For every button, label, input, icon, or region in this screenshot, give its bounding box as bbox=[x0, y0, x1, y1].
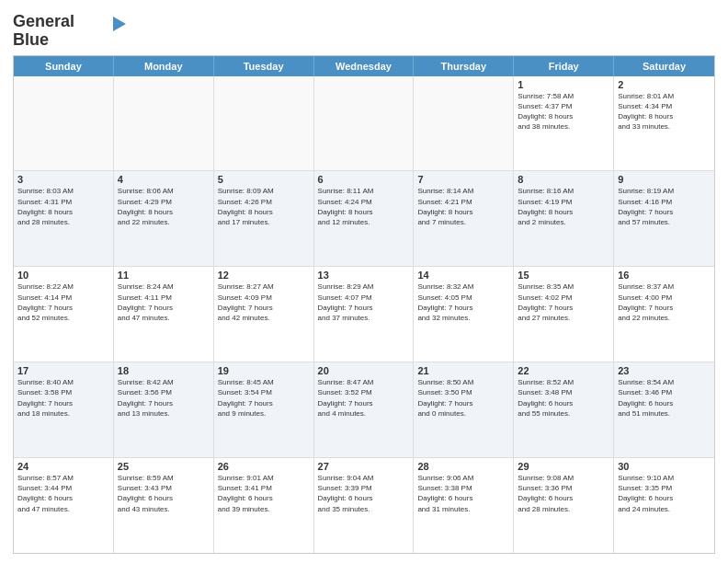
cell-info: Sunrise: 8:52 AM Sunset: 3:48 PM Dayligh… bbox=[518, 377, 609, 419]
cal-cell-2-4: 14Sunrise: 8:32 AM Sunset: 4:05 PM Dayli… bbox=[414, 267, 514, 362]
calendar-row-1: 3Sunrise: 8:03 AM Sunset: 4:31 PM Daylig… bbox=[14, 171, 714, 267]
cal-cell-1-5: 8Sunrise: 8:16 AM Sunset: 4:19 PM Daylig… bbox=[514, 171, 614, 266]
day-number: 16 bbox=[618, 270, 711, 281]
cal-cell-3-4: 21Sunrise: 8:50 AM Sunset: 3:50 PM Dayli… bbox=[414, 362, 514, 457]
cal-cell-0-4 bbox=[414, 76, 514, 171]
day-number: 20 bbox=[318, 365, 410, 376]
day-number: 1 bbox=[518, 79, 609, 90]
cal-cell-2-1: 11Sunrise: 8:24 AM Sunset: 4:11 PM Dayli… bbox=[114, 267, 214, 362]
day-header-friday: Friday bbox=[514, 56, 614, 76]
cal-cell-3-2: 19Sunrise: 8:45 AM Sunset: 3:54 PM Dayli… bbox=[214, 362, 314, 457]
page: General Blue SundayMondayTuesdayWednesda… bbox=[0, 0, 728, 563]
cell-info: Sunrise: 8:14 AM Sunset: 4:21 PM Dayligh… bbox=[417, 186, 509, 227]
day-number: 24 bbox=[17, 461, 109, 472]
cal-cell-0-1 bbox=[114, 76, 214, 171]
cell-info: Sunrise: 8:45 AM Sunset: 3:54 PM Dayligh… bbox=[218, 377, 310, 419]
day-number: 4 bbox=[118, 174, 210, 185]
day-number: 10 bbox=[17, 270, 109, 281]
cal-cell-2-6: 16Sunrise: 8:37 AM Sunset: 4:00 PM Dayli… bbox=[614, 267, 714, 362]
header: General Blue bbox=[13, 9, 715, 50]
day-number: 25 bbox=[118, 461, 210, 472]
cal-cell-1-1: 4Sunrise: 8:06 AM Sunset: 4:29 PM Daylig… bbox=[114, 171, 214, 266]
day-number: 18 bbox=[118, 365, 210, 376]
cell-info: Sunrise: 8:59 AM Sunset: 3:43 PM Dayligh… bbox=[118, 473, 210, 514]
cal-cell-0-3 bbox=[314, 76, 415, 171]
day-number: 23 bbox=[618, 365, 711, 376]
cal-cell-2-3: 13Sunrise: 8:29 AM Sunset: 4:07 PM Dayli… bbox=[314, 267, 415, 362]
cell-info: Sunrise: 8:01 AM Sunset: 4:34 PM Dayligh… bbox=[618, 91, 711, 132]
cell-info: Sunrise: 8:19 AM Sunset: 4:16 PM Dayligh… bbox=[618, 186, 711, 227]
cell-info: Sunrise: 9:01 AM Sunset: 3:41 PM Dayligh… bbox=[218, 473, 310, 514]
cell-info: Sunrise: 8:40 AM Sunset: 3:58 PM Dayligh… bbox=[17, 377, 109, 419]
cell-info: Sunrise: 8:16 AM Sunset: 4:19 PM Dayligh… bbox=[518, 186, 609, 227]
cal-cell-4-4: 28Sunrise: 9:06 AM Sunset: 3:38 PM Dayli… bbox=[414, 458, 514, 553]
cal-cell-3-3: 20Sunrise: 8:47 AM Sunset: 3:52 PM Dayli… bbox=[314, 362, 415, 457]
cell-info: Sunrise: 8:42 AM Sunset: 3:56 PM Dayligh… bbox=[118, 377, 210, 419]
calendar-row-3: 17Sunrise: 8:40 AM Sunset: 3:58 PM Dayli… bbox=[14, 362, 714, 458]
day-number: 2 bbox=[618, 79, 711, 90]
calendar-header: SundayMondayTuesdayWednesdayThursdayFrid… bbox=[14, 56, 714, 76]
cal-cell-3-6: 23Sunrise: 8:54 AM Sunset: 3:46 PM Dayli… bbox=[614, 362, 714, 457]
day-number: 21 bbox=[417, 365, 509, 376]
day-header-wednesday: Wednesday bbox=[314, 56, 415, 76]
day-number: 28 bbox=[417, 461, 509, 472]
logo-blue: Blue bbox=[13, 31, 49, 50]
cal-cell-3-5: 22Sunrise: 8:52 AM Sunset: 3:48 PM Dayli… bbox=[514, 362, 614, 457]
day-number: 26 bbox=[218, 461, 310, 472]
cal-cell-1-2: 5Sunrise: 8:09 AM Sunset: 4:26 PM Daylig… bbox=[214, 171, 314, 266]
cell-info: Sunrise: 7:58 AM Sunset: 4:37 PM Dayligh… bbox=[518, 91, 609, 132]
logo-general: General bbox=[13, 12, 74, 30]
day-number: 11 bbox=[118, 270, 210, 281]
day-number: 14 bbox=[417, 270, 509, 281]
day-header-thursday: Thursday bbox=[414, 56, 514, 76]
cell-info: Sunrise: 8:09 AM Sunset: 4:26 PM Dayligh… bbox=[218, 186, 310, 227]
cal-cell-3-1: 18Sunrise: 8:42 AM Sunset: 3:56 PM Dayli… bbox=[114, 362, 214, 457]
cell-info: Sunrise: 8:11 AM Sunset: 4:24 PM Dayligh… bbox=[318, 186, 410, 227]
cell-info: Sunrise: 9:04 AM Sunset: 3:39 PM Dayligh… bbox=[318, 473, 410, 514]
cell-info: Sunrise: 8:32 AM Sunset: 4:05 PM Dayligh… bbox=[417, 282, 509, 323]
cal-cell-3-0: 17Sunrise: 8:40 AM Sunset: 3:58 PM Dayli… bbox=[14, 362, 114, 457]
cell-info: Sunrise: 8:24 AM Sunset: 4:11 PM Dayligh… bbox=[118, 282, 210, 323]
calendar: SundayMondayTuesdayWednesdayThursdayFrid… bbox=[13, 55, 715, 554]
calendar-body: 1Sunrise: 7:58 AM Sunset: 4:37 PM Daylig… bbox=[14, 76, 714, 553]
cal-cell-4-1: 25Sunrise: 8:59 AM Sunset: 3:43 PM Dayli… bbox=[114, 458, 214, 553]
calendar-row-2: 10Sunrise: 8:22 AM Sunset: 4:14 PM Dayli… bbox=[14, 267, 714, 362]
day-number: 29 bbox=[518, 461, 609, 472]
cal-cell-1-6: 9Sunrise: 8:19 AM Sunset: 4:16 PM Daylig… bbox=[614, 171, 714, 266]
cell-info: Sunrise: 9:06 AM Sunset: 3:38 PM Dayligh… bbox=[417, 473, 509, 514]
cal-cell-4-0: 24Sunrise: 8:57 AM Sunset: 3:44 PM Dayli… bbox=[14, 458, 114, 553]
cell-info: Sunrise: 8:06 AM Sunset: 4:29 PM Dayligh… bbox=[118, 186, 210, 227]
day-number: 7 bbox=[417, 174, 509, 185]
cal-cell-4-6: 30Sunrise: 9:10 AM Sunset: 3:35 PM Dayli… bbox=[614, 458, 714, 553]
cal-cell-0-0 bbox=[14, 76, 114, 171]
cal-cell-1-0: 3Sunrise: 8:03 AM Sunset: 4:31 PM Daylig… bbox=[14, 171, 114, 266]
cal-cell-4-5: 29Sunrise: 9:08 AM Sunset: 3:36 PM Dayli… bbox=[514, 458, 614, 553]
cal-cell-4-3: 27Sunrise: 9:04 AM Sunset: 3:39 PM Dayli… bbox=[314, 458, 415, 553]
cell-info: Sunrise: 8:35 AM Sunset: 4:02 PM Dayligh… bbox=[518, 282, 609, 323]
cell-info: Sunrise: 8:54 AM Sunset: 3:46 PM Dayligh… bbox=[618, 377, 711, 419]
cell-info: Sunrise: 8:29 AM Sunset: 4:07 PM Dayligh… bbox=[318, 282, 410, 323]
cal-cell-4-2: 26Sunrise: 9:01 AM Sunset: 3:41 PM Dayli… bbox=[214, 458, 314, 553]
day-header-monday: Monday bbox=[114, 56, 214, 76]
cell-info: Sunrise: 8:47 AM Sunset: 3:52 PM Dayligh… bbox=[318, 377, 410, 419]
day-number: 13 bbox=[318, 270, 410, 281]
cell-info: Sunrise: 8:27 AM Sunset: 4:09 PM Dayligh… bbox=[218, 282, 310, 323]
cal-cell-2-2: 12Sunrise: 8:27 AM Sunset: 4:09 PM Dayli… bbox=[214, 267, 314, 362]
day-number: 22 bbox=[518, 365, 609, 376]
cell-info: Sunrise: 8:22 AM Sunset: 4:14 PM Dayligh… bbox=[17, 282, 109, 323]
day-header-sunday: Sunday bbox=[14, 56, 114, 76]
day-number: 3 bbox=[17, 174, 109, 185]
logo-text: General bbox=[13, 13, 74, 31]
logo-arrow-icon bbox=[113, 17, 126, 31]
day-number: 17 bbox=[17, 365, 109, 376]
cell-info: Sunrise: 8:03 AM Sunset: 4:31 PM Dayligh… bbox=[17, 186, 109, 227]
cell-info: Sunrise: 9:10 AM Sunset: 3:35 PM Dayligh… bbox=[618, 473, 711, 514]
cal-cell-1-4: 7Sunrise: 8:14 AM Sunset: 4:21 PM Daylig… bbox=[414, 171, 514, 266]
day-number: 27 bbox=[318, 461, 410, 472]
cal-cell-0-5: 1Sunrise: 7:58 AM Sunset: 4:37 PM Daylig… bbox=[514, 76, 614, 171]
day-number: 12 bbox=[218, 270, 310, 281]
cell-info: Sunrise: 8:37 AM Sunset: 4:00 PM Dayligh… bbox=[618, 282, 711, 323]
cell-info: Sunrise: 8:50 AM Sunset: 3:50 PM Dayligh… bbox=[417, 377, 509, 419]
day-number: 8 bbox=[518, 174, 609, 185]
day-header-tuesday: Tuesday bbox=[214, 56, 314, 76]
